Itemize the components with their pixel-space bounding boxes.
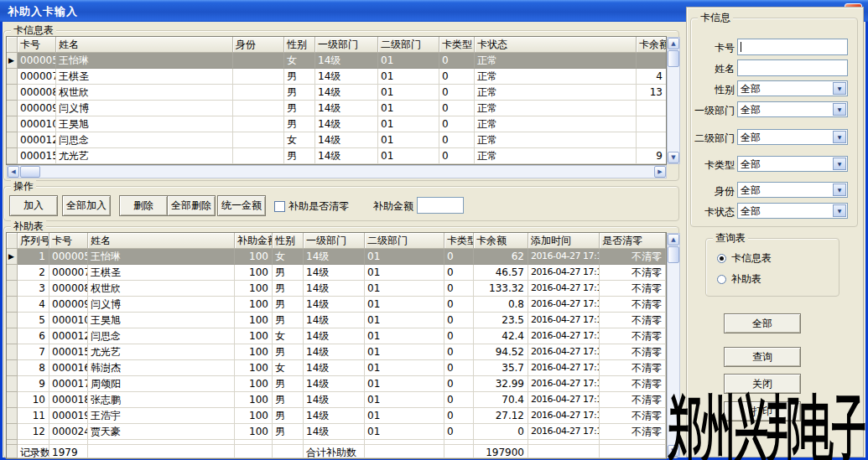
- radio-card-info-table[interactable]: 卡信息表: [717, 252, 772, 264]
- column-header[interactable]: 姓名: [56, 37, 233, 53]
- column-header[interactable]: 卡类型: [444, 233, 474, 249]
- table-row[interactable]: 000012闫思念女14级010正常: [7, 132, 666, 148]
- delete-button[interactable]: 删除: [119, 195, 168, 216]
- query-button[interactable]: 查询: [724, 347, 801, 367]
- column-header[interactable]: 卡余额: [474, 233, 528, 249]
- filter-card-status-combo[interactable]: 全部▼: [737, 203, 848, 219]
- table-row[interactable]: 000010王昊旭男14级010正常: [7, 116, 666, 132]
- row-indicator: [7, 376, 18, 392]
- table-row[interactable]: 7000015尤光艺100男14级01094.522016-04-27 17:1…: [7, 344, 666, 360]
- column-header[interactable]: 是否清零: [600, 233, 666, 249]
- delete-all-button[interactable]: 全部删除: [167, 195, 216, 216]
- table-row[interactable]: ▶000005王怡琳女14级010正常: [7, 53, 666, 69]
- column-header[interactable]: 卡号: [18, 37, 56, 53]
- column-header[interactable]: 性别: [284, 37, 315, 53]
- radio-subsidy-table[interactable]: 补助表: [717, 273, 761, 285]
- dropdown-button[interactable]: ▼: [833, 131, 846, 143]
- grid-header: 序列号卡号姓名补助金额性别一级部门二级部门卡类型卡余额添加时间是否清零: [7, 233, 666, 249]
- table-cell: 0: [444, 424, 474, 440]
- scroll-right-button[interactable]: ▶: [654, 166, 666, 178]
- table-cell: 0: [474, 424, 528, 440]
- scroll-up-button[interactable]: ▲: [668, 234, 679, 246]
- table-row[interactable]: 000015尤光艺男14级010正常9: [7, 148, 666, 164]
- column-header[interactable]: 一级部门: [315, 37, 378, 53]
- arrow-up-icon: ▲: [671, 236, 675, 243]
- column-header[interactable]: 一级部门: [304, 233, 365, 249]
- column-header[interactable]: 姓名: [88, 233, 235, 249]
- add-all-button[interactable]: 全部加入: [62, 195, 111, 216]
- table-cell: 记录数: [18, 445, 49, 458]
- clear-checkbox[interactable]: [274, 201, 285, 212]
- table-cell: 不清零: [600, 249, 666, 265]
- dropdown-button[interactable]: ▼: [833, 183, 846, 196]
- scroll-thumb[interactable]: [668, 50, 679, 67]
- dropdown-button[interactable]: ▼: [833, 103, 846, 116]
- amount-input[interactable]: [417, 197, 464, 214]
- filter-dept1-combo[interactable]: 全部▼: [737, 101, 848, 117]
- table-row[interactable]: 000009闫义博男14级010正常: [7, 101, 666, 116]
- filter-dept2-combo[interactable]: 全部▼: [737, 129, 848, 145]
- show-all-button[interactable]: 全部: [724, 313, 801, 333]
- window: 补助入卡输入 ✕ 卡信息表 卡号姓名身份性别一级部门二级部门卡类型卡状态卡余额▶…: [0, 0, 868, 460]
- table-cell: 01: [378, 53, 439, 69]
- table-cell: 100: [235, 249, 273, 265]
- table-cell: 2: [18, 265, 49, 281]
- table-cell: 0: [444, 328, 474, 344]
- dropdown-button[interactable]: ▼: [833, 204, 846, 217]
- filter-card-no-input[interactable]: [737, 39, 848, 55]
- column-header[interactable]: 二级部门: [378, 37, 439, 53]
- column-header[interactable]: 序列号: [18, 233, 49, 249]
- table-cell: 000008: [18, 85, 56, 101]
- table-row[interactable]: 4000009闫义博100男14级0100.82016-04-27 17:10:…: [7, 297, 666, 313]
- table-row[interactable]: 8000016韩澍杰100女14级01035.72016-04-27 17:10…: [7, 360, 666, 376]
- table-cell: 11: [18, 408, 49, 424]
- table-row[interactable]: 000007王棋圣男14级010正常4: [7, 69, 666, 85]
- add-button[interactable]: 加入: [9, 195, 58, 216]
- table-cell: [233, 116, 284, 132]
- table-cell: 不清零: [600, 297, 666, 313]
- table-row[interactable]: 12000024贾天豪100男14级01002016-04-27 17:10:不…: [7, 424, 666, 440]
- scroll-thumb[interactable]: [668, 246, 679, 263]
- dropdown-button[interactable]: ▼: [833, 82, 846, 95]
- filter-card-type-combo[interactable]: 全部▼: [737, 156, 848, 172]
- field-label-name: 姓名: [687, 62, 735, 76]
- table-row[interactable]: 3000008权世欣100男14级010133.322016-04-27 17:…: [7, 281, 666, 297]
- table-cell: 闫义博: [88, 297, 235, 313]
- card-info-vscrollbar[interactable]: ▲ ▼: [667, 37, 680, 164]
- table-cell: 100: [235, 376, 273, 392]
- column-header[interactable]: 二级部门: [365, 233, 444, 249]
- table-row[interactable]: 11000019王浩宇100男14级01027.122016-04-27 17:…: [7, 408, 666, 424]
- filter-identity-combo[interactable]: 全部▼: [737, 182, 848, 198]
- filter-gender-combo[interactable]: 全部▼: [737, 80, 848, 96]
- table-row[interactable]: 5000010王昊旭100男14级01023.52016-04-27 17:10…: [7, 313, 666, 328]
- table-cell: 100: [235, 392, 273, 408]
- scroll-left-button[interactable]: ◀: [8, 166, 19, 178]
- radio-label: 卡信息表: [731, 251, 772, 266]
- unify-amount-button[interactable]: 统一金额: [217, 195, 266, 216]
- column-header[interactable]: 添加时间: [528, 233, 600, 249]
- table-row[interactable]: 6000012闫思念100女14级01042.42016-04-27 17:10…: [7, 328, 666, 344]
- table-cell: 2016-04-27 17:10:: [528, 392, 600, 408]
- column-header[interactable]: 卡类型: [439, 37, 475, 53]
- table-row[interactable]: 000008权世欣男14级010正常13: [7, 85, 666, 101]
- card-info-hscrollbar[interactable]: ◀ ▶: [7, 165, 667, 178]
- column-header[interactable]: 卡余额: [637, 37, 667, 53]
- column-header[interactable]: 性别: [273, 233, 304, 249]
- row-indicator-header[interactable]: [7, 37, 18, 53]
- table-row[interactable]: 9000017周颂阳100男14级01032.992016-04-27 17:1…: [7, 376, 666, 392]
- column-header[interactable]: 卡号: [49, 233, 88, 249]
- dropdown-button[interactable]: ▼: [833, 158, 846, 170]
- filter-name-input[interactable]: [737, 59, 848, 76]
- column-header[interactable]: 身份: [233, 37, 284, 53]
- table-row[interactable]: ▶1000005王怡琳100女14级010622016-04-27 17:10:…: [7, 249, 666, 265]
- table-cell: 2016-04-27 17:10:: [528, 344, 600, 360]
- row-indicator-header[interactable]: [7, 233, 18, 249]
- scroll-thumb[interactable]: [20, 166, 40, 178]
- scroll-down-button[interactable]: ▼: [668, 152, 679, 163]
- column-header[interactable]: 补助金额: [235, 233, 273, 249]
- table-cell: 女: [273, 360, 304, 376]
- table-row[interactable]: 10000018张志鹏100男14级01070.42016-04-27 17:1…: [7, 392, 666, 408]
- column-header[interactable]: 卡状态: [475, 37, 637, 53]
- scroll-up-button[interactable]: ▲: [668, 38, 679, 49]
- table-row[interactable]: 2000007王棋圣100男14级01046.572016-04-27 17:1…: [7, 265, 666, 281]
